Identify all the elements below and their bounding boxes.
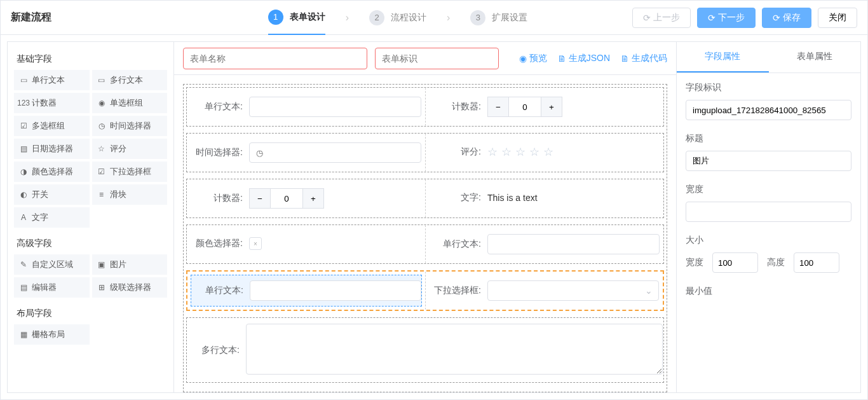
save-button[interactable]: ⟳ 保存 [762,8,811,28]
star-icon[interactable]: ☆ [501,145,512,159]
grid-row[interactable]: 单行文本:计数器:−+ [186,87,664,127]
field-palette-item[interactable]: ☑下拉选择框 [92,162,168,182]
form-field[interactable]: 评分:☆☆☆☆☆ [428,137,660,167]
grid-cell[interactable]: 颜色选择器:× [187,225,425,263]
form-field[interactable]: 单行文本: [190,91,422,123]
field-type-label: 编辑器 [32,282,57,293]
field-palette-item[interactable]: ◐开关 [14,184,90,205]
color-picker[interactable]: × [249,237,262,250]
field-palette-item[interactable]: ▭单行文本 [14,70,90,90]
props-scroll[interactable]: 字段标识 标题 宽度 大小 宽度 高度 [677,73,860,392]
grid-cell[interactable]: 文字:This is a text [425,179,663,217]
grid-cell[interactable]: 单行文本: [187,272,425,310]
field-palette-item[interactable]: ▤编辑器 [14,277,90,298]
document-icon: 🗎 [620,53,629,64]
field-palette-item[interactable]: ☆评分 [92,139,168,159]
stepper-minus[interactable]: − [249,188,271,209]
form-row[interactable]: 多行文本: [186,317,664,383]
grid-row[interactable]: 单行文本:下拉选择框:⌄ [186,270,664,311]
star-icon[interactable]: ☆ [515,145,526,159]
field-palette-item[interactable]: ▣图片 [92,254,168,275]
tab-form-props[interactable]: 表单属性 [769,42,861,72]
stepper-value[interactable] [509,97,541,117]
field-palette-item[interactable]: ✎自定义区域 [14,254,90,275]
text-input[interactable] [249,97,421,117]
stepper-value[interactable] [271,188,302,209]
field-palette-item[interactable]: ▤日期选择器 [14,139,90,159]
prev-button[interactable]: ⟳ 上一步 [632,8,691,28]
form-field[interactable]: 颜色选择器:× [190,228,422,259]
next-button[interactable]: ⟳ 下一步 [697,8,756,28]
canvas-scroll[interactable]: 单行文本:计数器:−+时间选择器:评分:☆☆☆☆☆计数器:−+文字:This i… [174,75,676,392]
stepper-plus[interactable]: + [541,97,562,117]
form-field[interactable]: 时间选择器: [190,137,422,169]
form-field[interactable]: 单行文本: [428,228,660,260]
field-palette-item[interactable]: ☑多选框组 [14,116,90,136]
form-field[interactable]: 计数器:−+ [428,91,660,123]
grid-row[interactable]: 时间选择器:评分:☆☆☆☆☆ [186,133,664,172]
grid-cell[interactable]: 评分:☆☆☆☆☆ [425,134,663,172]
form-key-input[interactable] [375,48,499,69]
field-palette-item[interactable]: 123计数器 [14,93,90,113]
gen-json-link[interactable]: 🗎生成JSON [557,53,610,64]
chevron-right-icon: › [447,12,450,24]
field-palette-item[interactable]: ◑颜色选择器 [14,162,90,182]
field-type-label: 计数器 [32,98,57,109]
select-input[interactable] [487,280,659,301]
time-input[interactable] [249,142,421,163]
stepper-minus[interactable]: − [487,97,509,117]
text-input[interactable] [487,234,660,254]
field-palette-item[interactable]: A文字 [14,207,90,228]
gen-code-link[interactable]: 🗎生成代码 [620,53,667,64]
field-label: 评分: [429,146,487,158]
form-field[interactable]: 文字:This is a text [428,183,660,213]
tab-field-props[interactable]: 字段属性 [677,42,769,72]
field-palette-item[interactable]: ◉单选框组 [92,93,168,113]
grid-cell[interactable]: 时间选择器: [187,134,425,172]
prop-title-label: 标题 [686,133,851,144]
grid-cell[interactable]: 下拉选择框:⌄ [425,272,663,310]
field-palette-item[interactable]: ◷时间选择器 [92,116,168,136]
step-process-design[interactable]: 2 流程设计 [369,10,426,25]
grid-cell[interactable]: 计数器:−+ [425,88,663,126]
title-input[interactable] [686,151,851,171]
form-field[interactable]: 计数器:−+ [190,183,422,214]
grid-row[interactable]: 计数器:−+文字:This is a text [186,179,664,218]
document-icon: 🗎 [557,53,566,64]
form-field[interactable]: 下拉选择框:⌄ [428,275,660,307]
number-stepper[interactable]: −+ [487,97,562,117]
grid-cell[interactable]: 计数器:−+ [187,179,425,217]
field-palette-item[interactable]: ▦栅格布局 [14,324,90,345]
preview-link[interactable]: ◉预览 [519,53,547,64]
width-input[interactable] [686,202,851,222]
star-icon[interactable]: ☆ [543,145,553,159]
property-tabs: 字段属性 表单属性 [677,42,860,73]
step-num: 3 [470,10,485,25]
field-palette-item[interactable]: ≡滑块 [92,184,168,205]
form-field[interactable]: 单行文本: [191,275,422,307]
field-label: 单行文本: [191,101,249,113]
size-w-input[interactable] [712,252,758,273]
prop-field-id-label: 字段标识 [686,82,851,93]
field-id-input[interactable] [686,100,851,120]
field-palette-item[interactable]: ⊞级联选择器 [92,277,168,298]
canvas-toolbar: ◉预览 🗎生成JSON 🗎生成代码 [174,42,676,75]
star-icon[interactable]: ☆ [487,145,498,159]
field-palette-item[interactable]: ▭多行文本 [92,70,168,90]
grid-cell[interactable]: 单行文本: [425,225,663,263]
close-button[interactable]: 关闭 [818,8,857,28]
field-group-title: 基础字段 [14,48,167,70]
grid-cell[interactable]: 单行文本: [187,88,425,126]
rating-stars[interactable]: ☆☆☆☆☆ [487,145,660,159]
star-icon[interactable]: ☆ [529,145,539,159]
step-extend-settings[interactable]: 3 扩展设置 [470,10,527,25]
size-h-input[interactable] [794,252,839,273]
textarea-input[interactable] [246,324,663,375]
grid-row[interactable]: 颜色选择器:×单行文本: [186,224,664,264]
form-name-input[interactable] [183,48,367,69]
text-input[interactable] [250,280,421,301]
step-form-design[interactable]: 1 表单设计 [268,10,325,35]
stepper-plus[interactable]: + [302,188,324,209]
number-stepper[interactable]: −+ [249,188,324,209]
field-label: 下拉选择框: [429,285,487,296]
